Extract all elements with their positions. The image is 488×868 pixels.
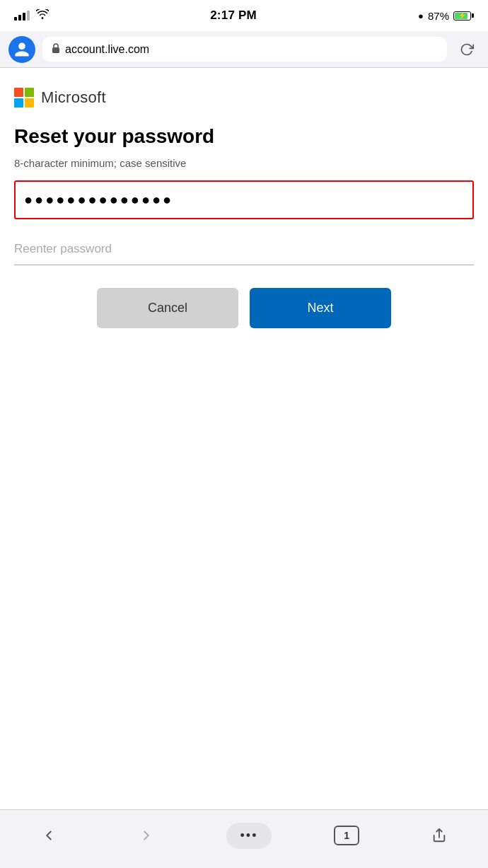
password-input[interactable]: ●●●●●●●●●●●●●● [24,192,464,208]
next-button[interactable]: Next [250,288,391,328]
status-right: ● 87% ⚡ [418,10,474,22]
microsoft-logo: Microsoft [14,88,474,108]
signal-bars-icon [14,11,30,21]
ms-red-square [14,88,23,97]
microsoft-grid-icon [14,88,34,108]
url-bar[interactable]: account.live.com [42,37,447,62]
browser-bar: account.live.com [0,31,488,68]
avatar[interactable] [8,36,35,63]
password-input-wrapper[interactable]: ●●●●●●●●●●●●●● [14,180,474,219]
status-left [14,9,49,22]
password-hint: 8-character minimum; case sensitive [14,157,474,169]
reenter-password-wrapper[interactable] [14,233,474,265]
battery-icon: ⚡ [453,11,474,21]
main-content: Microsoft Reset your password 8-characte… [0,68,488,809]
page-title: Reset your password [14,125,474,149]
location-icon: ● [418,11,424,21]
user-icon [13,41,30,58]
forward-button[interactable] [129,820,164,851]
refresh-button[interactable] [454,37,480,62]
ms-blue-square [14,98,23,108]
ms-green-square [25,88,34,97]
tab-count-button[interactable]: 1 [334,826,359,845]
action-buttons: Cancel Next [14,288,474,328]
share-button[interactable] [422,820,457,851]
status-bar: 2:17 PM ● 87% ⚡ [0,0,488,31]
cancel-button[interactable]: Cancel [97,288,238,328]
reenter-password-input[interactable] [14,242,474,256]
svg-rect-0 [52,47,59,53]
wifi-icon [36,9,49,22]
url-text: account.live.com [65,43,149,56]
menu-dots-button[interactable]: ••• [226,823,272,849]
ms-yellow-square [25,98,34,108]
battery-percent: 87% [428,10,449,22]
back-button[interactable] [31,820,66,851]
bottom-nav: ••• 1 [0,809,488,868]
lock-icon [51,42,61,56]
microsoft-name: Microsoft [41,88,106,107]
status-time: 2:17 PM [210,8,257,23]
